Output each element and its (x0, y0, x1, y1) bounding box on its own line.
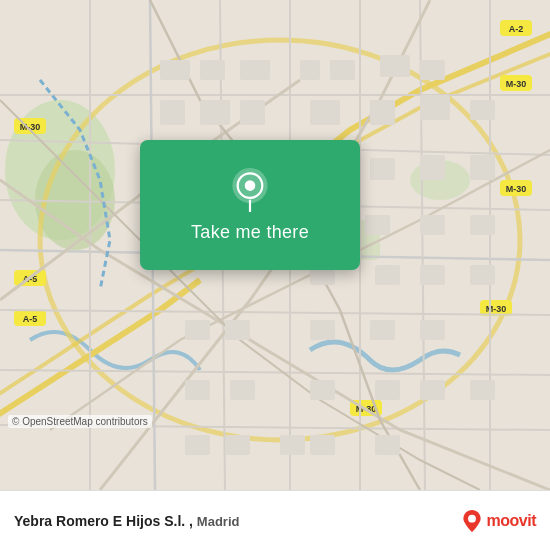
moovit-pin-icon (461, 510, 483, 532)
svg-rect-36 (160, 60, 190, 80)
svg-rect-57 (365, 215, 390, 235)
svg-rect-74 (470, 380, 495, 400)
svg-rect-45 (240, 100, 265, 125)
svg-rect-76 (225, 435, 250, 455)
svg-rect-40 (330, 60, 355, 80)
moovit-brand-text: moovit (487, 512, 536, 530)
business-details: Yebra Romero E Hijos S.l. , Madrid (14, 512, 239, 530)
svg-rect-59 (470, 215, 495, 235)
svg-rect-42 (420, 60, 445, 80)
svg-rect-38 (240, 60, 270, 80)
svg-text:M-30: M-30 (486, 304, 507, 314)
take-me-there-card[interactable]: Take me there (140, 140, 360, 270)
svg-rect-47 (370, 100, 395, 125)
svg-rect-62 (420, 265, 445, 285)
location-pin-icon (228, 168, 272, 212)
map-container: M-30 A-5 A-5 A-2 M-30 M-30 M-30 M-30 (0, 0, 550, 490)
svg-text:A-5: A-5 (23, 314, 38, 324)
svg-rect-53 (370, 158, 395, 180)
map-attribution: © OpenStreetMap contributors (8, 415, 152, 428)
business-name: Yebra Romero E Hijos S.l. , Madrid (14, 513, 239, 529)
svg-rect-49 (470, 100, 495, 120)
svg-rect-68 (420, 320, 445, 340)
svg-rect-63 (470, 265, 495, 285)
svg-rect-77 (280, 435, 305, 455)
svg-rect-55 (470, 155, 495, 180)
svg-rect-58 (420, 215, 445, 235)
svg-rect-67 (370, 320, 395, 340)
svg-rect-78 (310, 435, 335, 455)
svg-rect-39 (300, 60, 320, 80)
city-separator: , (189, 513, 197, 529)
svg-rect-43 (160, 100, 185, 125)
svg-rect-65 (225, 320, 250, 340)
svg-rect-69 (185, 380, 210, 400)
cta-button-label: Take me there (191, 222, 309, 243)
svg-rect-66 (310, 320, 335, 340)
svg-rect-44 (200, 100, 230, 125)
svg-rect-70 (230, 380, 255, 400)
svg-rect-48 (420, 95, 450, 120)
bottom-bar: Yebra Romero E Hijos S.l. , Madrid moovi… (0, 490, 550, 550)
svg-rect-46 (310, 100, 340, 125)
svg-text:M-30: M-30 (506, 184, 527, 194)
svg-point-83 (468, 514, 476, 522)
svg-rect-72 (375, 380, 400, 400)
svg-point-82 (245, 180, 256, 191)
svg-text:M-30: M-30 (506, 79, 527, 89)
svg-rect-71 (310, 380, 335, 400)
svg-rect-37 (200, 60, 225, 80)
svg-rect-64 (185, 320, 210, 340)
svg-text:A-2: A-2 (509, 24, 524, 34)
location-info: Yebra Romero E Hijos S.l. , Madrid (14, 512, 239, 530)
svg-rect-75 (185, 435, 210, 455)
city-name: Madrid (197, 514, 240, 529)
svg-rect-61 (375, 265, 400, 285)
svg-rect-54 (420, 155, 445, 180)
moovit-logo: moovit (461, 510, 536, 532)
svg-rect-41 (380, 55, 410, 77)
svg-rect-79 (375, 435, 400, 455)
svg-rect-73 (420, 380, 445, 400)
